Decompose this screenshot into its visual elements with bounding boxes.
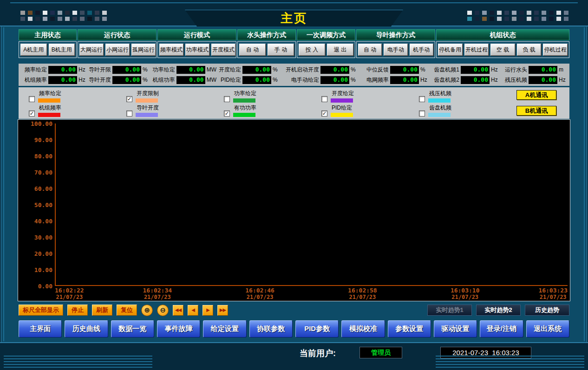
legend-checkbox[interactable]	[419, 110, 425, 117]
status-button[interactable]: 开机过程	[464, 44, 489, 56]
left-bezel-line	[3, 27, 4, 341]
legend-stack: 开度给定	[331, 90, 354, 103]
readout-unit: Hz	[490, 77, 499, 83]
deco-square	[87, 11, 92, 15]
nav-button[interactable]: 模拟校准	[341, 320, 385, 338]
nav-button[interactable]: 驱动设置	[434, 320, 477, 338]
bottom-status-band: 当前用户: 管理员 2021-07-23 16:03:23	[0, 342, 588, 370]
trend-tab[interactable]: 实时趋势2	[476, 305, 521, 316]
deco-square	[43, 11, 47, 15]
nav-button[interactable]: 事件故障	[157, 320, 200, 338]
legend-checkbox[interactable]: ✓	[321, 110, 327, 117]
status-button[interactable]: B机主用	[49, 44, 75, 56]
trend-tab[interactable]: 历史趋势	[525, 305, 569, 316]
status-button[interactable]: 频率模式	[159, 44, 183, 56]
readout-label: 齿盘机频2	[428, 76, 461, 84]
y-axis-tick: 80.00	[19, 153, 52, 160]
status-groups: 主用状态A机主用B机主用运行状态大网运行小网运行孤网运行运行模式频率模式功率模式…	[19, 29, 569, 58]
comm-button[interactable]: A机通讯	[516, 90, 556, 100]
deco-square	[28, 17, 33, 21]
legend-color-bar	[233, 113, 255, 117]
readout-unit: MW	[205, 66, 216, 73]
group-header: 水头操作方式	[237, 29, 296, 40]
readout-value: 0.00	[176, 76, 205, 84]
status-button[interactable]: 孤网运行	[131, 44, 156, 56]
nav-button[interactable]: 主界面	[19, 320, 62, 338]
zoom-out-icon[interactable]: ⊖	[157, 305, 169, 316]
step-forward-button[interactable]: ▶	[203, 305, 213, 316]
legend-item: 开度给定	[321, 89, 419, 103]
group-header: 一次调频方式	[297, 29, 355, 40]
readout-unit: Hz	[557, 77, 567, 83]
x-tick-date: 21/07/23	[538, 294, 568, 300]
trend-tab[interactable]: 实时趋势1	[427, 305, 472, 316]
status-button[interactable]: 手 动	[268, 44, 294, 56]
comm-button[interactable]: B机通讯	[516, 106, 556, 116]
nav-button[interactable]: 数据一览	[111, 320, 154, 338]
y-axis-tick: 70.00	[19, 169, 52, 176]
x-tick-time: 16:02:46	[245, 287, 274, 294]
status-button[interactable]: 功率模式	[185, 44, 209, 56]
nav-button[interactable]: PID参数	[295, 320, 339, 338]
status-button[interactable]: A机主用	[20, 44, 47, 56]
deco-square	[102, 17, 107, 21]
nav-button[interactable]: 给定设置	[203, 320, 246, 338]
status-button[interactable]: 投 入	[299, 44, 325, 56]
deco-square	[467, 17, 472, 21]
step-backward-button[interactable]: ◀	[188, 305, 198, 316]
status-button[interactable]: 电手动	[384, 44, 407, 56]
nav-button[interactable]: 参数设置	[388, 320, 431, 338]
legend-checkbox[interactable]: ✓	[126, 96, 132, 102]
status-group: 运行模式频率模式功率模式开度模式	[157, 29, 236, 58]
zoom-in-icon[interactable]: ⊕	[141, 305, 153, 316]
readout: 机组频率0.00Hz	[20, 76, 86, 84]
legend-stack: 残压机频	[428, 90, 451, 103]
trend-toolbar-button[interactable]: 刷新	[92, 305, 112, 316]
fast-forward-button[interactable]: ▶▶	[217, 305, 228, 316]
status-button[interactable]: 小网运行	[105, 44, 130, 56]
nav-button[interactable]: 登录/注销	[480, 320, 523, 338]
status-button[interactable]: 大网运行	[79, 44, 104, 56]
legend-item: ✓机组频率	[29, 104, 126, 117]
status-button[interactable]: 自 动	[358, 44, 382, 56]
page-title: 主页	[281, 10, 307, 26]
legend-stack: 有功功率	[233, 104, 256, 117]
status-button[interactable]: 负 载	[517, 44, 542, 56]
deco-square	[497, 11, 502, 15]
status-button[interactable]: 退 出	[327, 44, 353, 56]
legend-checkbox[interactable]	[126, 110, 132, 117]
deco-square	[72, 11, 77, 15]
status-button[interactable]: 空 载	[490, 44, 515, 56]
deco-square	[504, 11, 509, 15]
readout: 机组功率0.00MW	[150, 76, 216, 84]
status-button[interactable]: 开度模式	[211, 44, 235, 56]
nav-button[interactable]: 协联参数	[249, 320, 293, 338]
status-button[interactable]: 停机过程	[543, 44, 568, 56]
readout-label: 电网频率	[359, 76, 390, 84]
readout: 残压机频0.00Hz	[499, 76, 567, 84]
legend-checkbox[interactable]	[419, 96, 425, 102]
trend-toolbar-button[interactable]: 停止	[67, 305, 88, 316]
nav-button[interactable]: 退出系统	[526, 320, 569, 338]
group-buttons: 自 动手 动	[237, 41, 296, 58]
fast-backward-button[interactable]: ◀◀	[173, 305, 183, 316]
deco-square	[556, 11, 561, 15]
legend-item: 频率给定	[29, 89, 126, 103]
trend-toolbar-button[interactable]: 复位	[117, 305, 137, 316]
trend-toolbar-button[interactable]: 标尺全部显示	[19, 305, 63, 316]
legend-checkbox[interactable]	[29, 96, 35, 102]
status-button[interactable]: 停机备用	[438, 44, 463, 56]
nav-button[interactable]: 历史曲线	[65, 320, 108, 338]
status-button[interactable]: 自 动	[239, 44, 266, 56]
legend-item: 导叶开度	[126, 104, 224, 117]
legend-stack: 开度限制	[136, 90, 159, 103]
legend-label: 齿盘机频	[429, 104, 451, 112]
legend-checkbox[interactable]	[224, 96, 230, 102]
legend-checkbox[interactable]: ✓	[29, 110, 35, 117]
legend-checkbox[interactable]	[321, 96, 327, 102]
deco-square	[35, 17, 40, 21]
legend-checkbox[interactable]: ✓	[224, 110, 230, 117]
deco-square	[512, 17, 516, 21]
status-group: 导叶操作方式自 动电手动机手动	[356, 29, 435, 58]
status-button[interactable]: 机手动	[410, 44, 433, 56]
